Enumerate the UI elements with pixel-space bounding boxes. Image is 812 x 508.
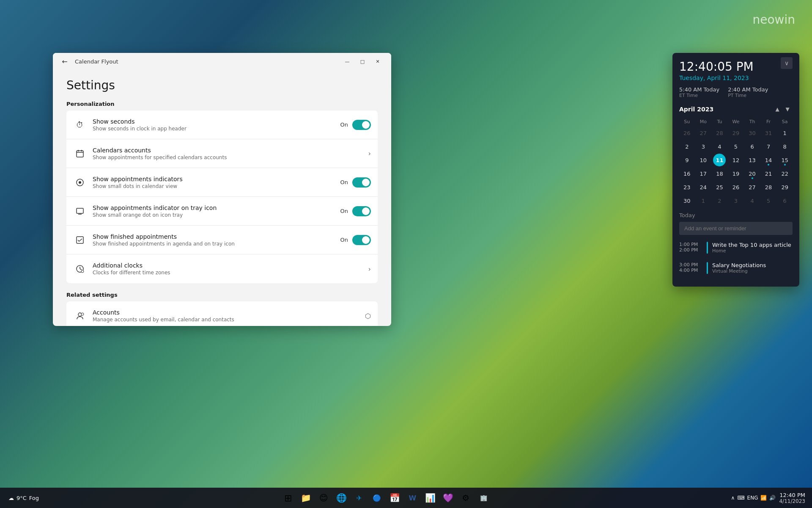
taskbar-weather[interactable]: ☁ 9°C Fog [5,495,42,501]
cal-day-40[interactable]: 5 [762,194,775,207]
cal-day-0[interactable]: 26 [680,127,693,139]
pt-label: PT Time [728,93,768,98]
up-arrow-icon[interactable]: ∧ [731,495,735,501]
maximize-button[interactable]: □ [356,56,369,66]
cal-day-29[interactable]: 24 [697,181,710,193]
show-seconds-toggle[interactable] [352,120,371,130]
accounts-icon [73,309,87,323]
cal-day-6[interactable]: 1 [779,127,791,139]
title-bar: ← Calendar Flyout — □ ✕ [53,53,391,70]
edge-button[interactable]: 🌐 [334,490,349,505]
additional-clocks-row[interactable]: Additional clocks Clocks for different t… [66,254,378,283]
settings-button[interactable]: ⚙ [458,490,473,505]
cal-day-2[interactable]: 28 [713,127,726,139]
calendar-accounts-icon [73,147,87,160]
cal-day-39[interactable]: 4 [746,194,759,207]
appointments-tray-toggle[interactable] [352,206,371,216]
weather-temp: 9°C [16,495,27,501]
calendar-app-button[interactable]: 📅 [387,490,402,505]
cal-day-23[interactable]: 18 [713,167,726,180]
cal-day-5[interactable]: 31 [762,127,775,139]
calendars-accounts-row[interactable]: Calendars accounts Show appointments for… [66,139,378,168]
cal-day-12[interactable]: 7 [762,140,775,153]
collapse-button[interactable]: ∨ [781,57,793,69]
cal-day-30[interactable]: 25 [713,181,726,193]
teams-button[interactable]: 🏢 [476,490,491,505]
calendars-chevron-icon: › [368,149,371,157]
cal-day-16[interactable]: 11 [713,154,726,166]
emoji-app-button[interactable]: 😊 [316,490,331,505]
start-button[interactable]: ⊞ [280,490,296,505]
cal-day-7[interactable]: 2 [680,140,693,153]
cal-day-34[interactable]: 29 [779,181,791,193]
event-2-end: 4:00 PM [679,268,702,273]
event-1-bar [707,242,708,254]
cal-day-28[interactable]: 23 [680,181,693,193]
cal-day-24[interactable]: 19 [730,167,742,180]
cal-day-27[interactable]: 22 [779,167,791,180]
cal-day-3[interactable]: 29 [730,127,742,139]
et-label: ET Time [679,93,719,98]
show-appointments-indicators-desc: Show small dots in calendar view [93,183,340,189]
cal-day-37[interactable]: 2 [713,194,726,207]
cal-day-31[interactable]: 26 [730,181,742,193]
appointments-indicators-toggle[interactable] [352,177,371,188]
show-finished-appointments-row: Show finished appointments Show finished… [66,226,378,254]
cal-day-38[interactable]: 3 [730,194,742,207]
accounts-row[interactable]: Accounts Manage accounts used by email, … [66,301,378,326]
add-event-input[interactable] [679,222,793,235]
clock-icon: ⏱ [73,118,87,132]
show-seconds-row: ⏱ Show seconds Show seconds in clock in … [66,110,378,139]
cal-day-41[interactable]: 6 [779,194,791,207]
today-label: Today [679,212,793,218]
app3-button[interactable]: 💜 [440,490,455,505]
svg-point-12 [81,270,84,273]
page-title: Settings [66,78,378,92]
cal-day-14[interactable]: 9 [680,154,693,166]
day-dot-19 [768,164,769,166]
cal-day-17[interactable]: 12 [730,154,742,166]
prev-month-button[interactable]: ▲ [772,104,782,114]
finished-appointments-toggle[interactable] [352,235,371,245]
weather-icon: ☁ [8,495,14,501]
cal-day-8[interactable]: 3 [697,140,710,153]
additional-clocks-label: Additional clocks [93,262,368,269]
file-explorer-button[interactable]: 📁 [298,490,313,505]
cal-day-22[interactable]: 17 [697,167,710,180]
cal-day-35[interactable]: 30 [680,194,693,207]
cal-day-21[interactable]: 16 [680,167,693,180]
cal-day-32[interactable]: 27 [746,181,759,193]
calendars-accounts-desc: Show appointments for specified calendar… [93,155,368,160]
cal-day-9[interactable]: 4 [713,140,726,153]
taskbar-clock[interactable]: 12:40 PM 4/11/2023 [779,492,805,504]
calendar-date: Tuesday, April 11, 2023 [679,75,793,81]
minimize-button[interactable]: — [340,56,354,66]
close-button[interactable]: ✕ [371,56,384,66]
svg-rect-8 [77,237,83,243]
event-2[interactable]: 3:00 PM 4:00 PM Salary Negotiations Virt… [679,260,793,276]
cal-day-15[interactable]: 10 [697,154,710,166]
word-button[interactable]: W [405,490,420,505]
app2-button[interactable]: 📊 [422,490,438,505]
telegram-button[interactable]: ✈ [351,490,367,505]
back-button[interactable]: ← [60,56,70,66]
cal-day-26[interactable]: 21 [762,167,775,180]
cal-day-4[interactable]: 30 [746,127,759,139]
cal-day-10[interactable]: 5 [730,140,742,153]
show-finished-appointments-desc: Show finished appointments in agenda and… [93,241,340,247]
day-dot-25 [752,177,753,179]
app1-button[interactable]: 🔵 [369,490,384,505]
cal-day-25[interactable]: 20 [746,167,759,180]
cal-day-36[interactable]: 1 [697,194,710,207]
cal-day-20[interactable]: 15 [779,154,791,166]
cal-day-1[interactable]: 27 [697,127,710,139]
cal-day-13[interactable]: 8 [779,140,791,153]
cal-day-19[interactable]: 14 [762,154,775,166]
event-1[interactable]: 1:00 PM 2:00 PM Write the Top 10 apps ar… [679,239,793,256]
show-appointments-indicators-row: Show appointments indicators Show small … [66,168,378,197]
cal-day-11[interactable]: 6 [746,140,759,153]
next-month-button[interactable]: ▼ [782,104,793,114]
system-icons: ∧ ⌨ ENG 📶 🔊 [731,495,776,501]
cal-day-33[interactable]: 28 [762,181,775,193]
cal-day-18[interactable]: 13 [746,154,759,166]
